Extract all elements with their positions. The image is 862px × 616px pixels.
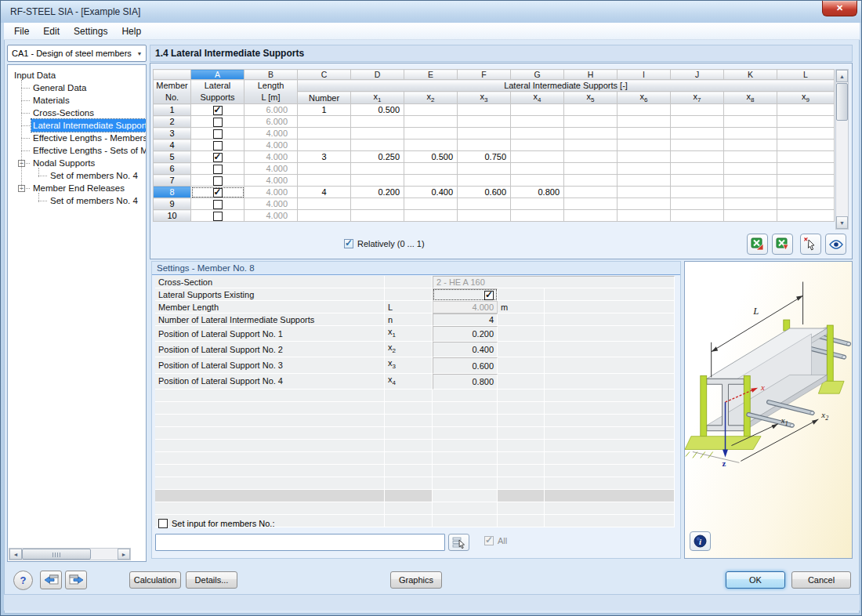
- column-letter-B[interactable]: B: [244, 70, 298, 80]
- cell-number[interactable]: [298, 210, 351, 222]
- cell-x3[interactable]: [458, 198, 511, 210]
- settings-value[interactable]: 0.200: [433, 326, 498, 342]
- cell-number[interactable]: 3: [298, 151, 351, 163]
- cell-lateral-supports[interactable]: ✓: [191, 104, 244, 116]
- cell-lateral-supports[interactable]: [191, 175, 244, 187]
- column-letter-F[interactable]: F: [458, 70, 511, 80]
- cell-x7[interactable]: [671, 116, 724, 128]
- cell-x2[interactable]: [404, 163, 458, 175]
- cell-x8[interactable]: [724, 175, 777, 187]
- cell-x6[interactable]: [618, 198, 671, 210]
- cell-lateral-supports[interactable]: [191, 198, 244, 210]
- cell-x4[interactable]: [511, 198, 564, 210]
- header-x9[interactable]: x9: [777, 92, 835, 104]
- cell-x8[interactable]: [724, 104, 777, 116]
- cell-x1[interactable]: 0.200: [351, 187, 404, 198]
- cell-x7[interactable]: [671, 104, 724, 116]
- menu-item-edit[interactable]: Edit: [36, 23, 67, 39]
- scroll-left-icon[interactable]: ◄: [9, 549, 22, 560]
- view-button[interactable]: [825, 234, 846, 255]
- cell-x9[interactable]: [777, 151, 835, 163]
- close-button[interactable]: ✕: [822, 1, 857, 16]
- cell-x3[interactable]: [458, 128, 511, 140]
- cell-x4[interactable]: [511, 210, 564, 222]
- tree-item[interactable]: General Data: [8, 82, 146, 94]
- cell-x4[interactable]: [511, 151, 564, 163]
- settings-value[interactable]: 0.600: [433, 357, 498, 373]
- scrollbar-thumb[interactable]: [22, 549, 91, 560]
- checkbox[interactable]: ✓: [344, 239, 353, 248]
- cell-lateral-supports[interactable]: ✓: [191, 187, 244, 198]
- row-header-9[interactable]: 9: [154, 198, 191, 210]
- checkbox[interactable]: ✓: [484, 291, 494, 300]
- cell-lateral-supports[interactable]: [191, 128, 244, 140]
- cell-x2[interactable]: [404, 128, 458, 140]
- ok-button[interactable]: OK: [726, 571, 785, 589]
- relatively-checkbox[interactable]: ✓ Relatively (0 ... 1): [344, 237, 425, 250]
- cell-x4[interactable]: 0.800: [511, 187, 564, 198]
- cell-x3[interactable]: 0.600: [458, 187, 511, 198]
- column-letter-A[interactable]: A: [191, 70, 244, 80]
- tree-item[interactable]: −Nodal Supports: [8, 157, 146, 169]
- cell-x1[interactable]: [351, 140, 404, 151]
- settings-value[interactable]: 0.800: [433, 374, 498, 390]
- cell-x1[interactable]: [351, 128, 404, 140]
- cell-x9[interactable]: [777, 210, 835, 222]
- cell-x7[interactable]: [671, 175, 724, 187]
- column-letter-I[interactable]: I: [618, 70, 671, 80]
- cell-x8[interactable]: [724, 116, 777, 128]
- cell-x1[interactable]: [351, 163, 404, 175]
- cell-x4[interactable]: [511, 163, 564, 175]
- cell-x6[interactable]: [618, 128, 671, 140]
- checkbox[interactable]: [213, 176, 223, 186]
- tree-item[interactable]: Input Data: [8, 69, 146, 82]
- excel-import-button[interactable]: [747, 234, 768, 255]
- cell-lateral-supports[interactable]: [191, 210, 244, 222]
- row-header-6[interactable]: 6: [154, 163, 191, 175]
- column-letter-C[interactable]: C: [298, 70, 351, 80]
- case-selector-dropdown[interactable]: CA1 - Design of steel members a ▼: [7, 45, 147, 62]
- cell-x8[interactable]: [724, 140, 777, 151]
- scrollbar-thumb[interactable]: [836, 83, 848, 121]
- cell-x2[interactable]: [404, 210, 458, 222]
- cell-x1[interactable]: [351, 175, 404, 187]
- cell-x3[interactable]: [458, 210, 511, 222]
- cell-x6[interactable]: [618, 151, 671, 163]
- column-letter-K[interactable]: K: [724, 70, 777, 80]
- checkbox[interactable]: ✓: [213, 153, 223, 162]
- scroll-down-icon[interactable]: ▼: [836, 216, 848, 229]
- row-header-1[interactable]: 1: [154, 104, 191, 116]
- cell-x7[interactable]: [671, 198, 724, 210]
- cell-x2[interactable]: [404, 140, 458, 151]
- cell-x3[interactable]: [458, 175, 511, 187]
- checkbox[interactable]: [213, 200, 223, 209]
- checkbox[interactable]: ✓: [213, 106, 223, 115]
- cell-x2[interactable]: [404, 198, 458, 210]
- set-input-checkbox[interactable]: Set input for members No.:: [158, 519, 274, 528]
- cell-x4[interactable]: [511, 175, 564, 187]
- settings-value[interactable]: 2 - HE A 160: [433, 276, 675, 288]
- row-header-3[interactable]: 3: [154, 128, 191, 140]
- calculation-button[interactable]: Calculation: [129, 571, 181, 589]
- column-letter-J[interactable]: J: [671, 70, 724, 80]
- checkbox[interactable]: [213, 212, 223, 221]
- tree-item[interactable]: Effective Lengths - Sets of Men: [8, 144, 146, 157]
- checkbox[interactable]: [213, 129, 223, 139]
- cell-x3[interactable]: [458, 140, 511, 151]
- cell-x8[interactable]: [724, 151, 777, 163]
- cell-x2[interactable]: [404, 175, 458, 187]
- cell-x7[interactable]: [671, 140, 724, 151]
- cell-x6[interactable]: [618, 116, 671, 128]
- cell-lateral-supports[interactable]: ✓: [191, 151, 244, 163]
- row-header-10[interactable]: 10: [154, 210, 191, 222]
- cell-x5[interactable]: [564, 187, 618, 198]
- table-vertical-scrollbar[interactable]: ▲ ▼: [835, 69, 849, 230]
- cell-x8[interactable]: [724, 210, 777, 222]
- header-lateral-supports[interactable]: LateralSupports: [191, 80, 244, 104]
- row-header-5[interactable]: 5: [154, 151, 191, 163]
- header-number[interactable]: Number: [298, 92, 351, 104]
- column-letter-L[interactable]: L: [777, 70, 835, 80]
- column-letter-G[interactable]: G: [511, 70, 564, 80]
- header-x7[interactable]: x7: [671, 92, 724, 104]
- cell-x8[interactable]: [724, 163, 777, 175]
